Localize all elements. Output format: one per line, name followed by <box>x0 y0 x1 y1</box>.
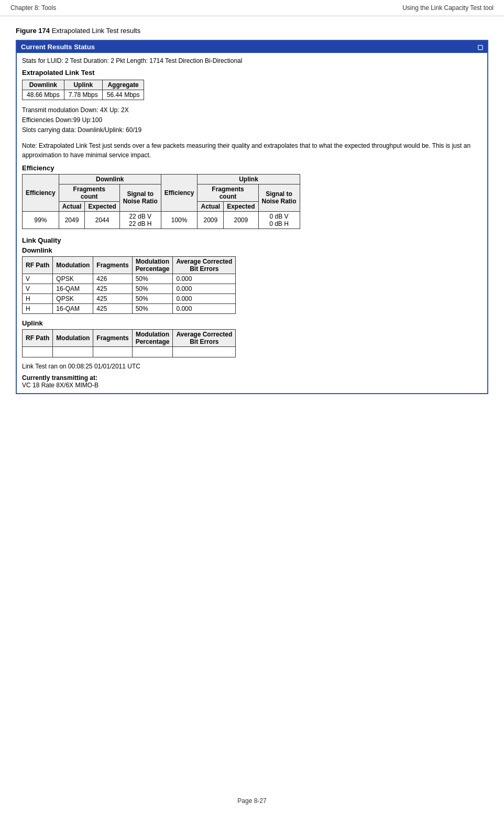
dl-col-mod-pct: ModulationPercentage <box>132 256 173 274</box>
eff-col-snr-dl: Signal toNoise Ratio <box>119 184 161 211</box>
ext-val-downlink: 48.66 Mbps <box>23 90 64 100</box>
panel-title: Current Results Status <box>21 43 95 51</box>
ul-col-avg-errors: Average CorrectedBit Errors <box>173 329 236 346</box>
info-line-1: Transmit modulation Down: 4X Up: 2X <box>22 105 482 115</box>
eff-group-downlink: Downlink <box>59 174 161 184</box>
dl-row4-mod-pct: 50% <box>132 303 173 313</box>
uplink-title: Uplink <box>22 319 482 327</box>
extrapolated-table: Downlink Uplink Aggregate 48.66 Mbps 7.7… <box>22 80 144 100</box>
dl-row3-mod-pct: 50% <box>132 294 173 303</box>
dl-col-modulation: Modulation <box>53 256 93 274</box>
minimize-icon[interactable]: ▢ <box>477 44 483 51</box>
eff-col-snr-ul: Signal toNoise Ratio <box>258 184 300 211</box>
stats-line: Stats for LUID: 2 Test Duration: 2 Pkt L… <box>22 57 482 64</box>
dl-row4-errors: 0.000 <box>173 303 236 313</box>
eff-col-expected-ul: Expected <box>224 201 258 211</box>
table-row <box>23 346 236 357</box>
dl-row2-fragments: 425 <box>93 284 132 294</box>
dl-col-fragments: Fragments <box>93 256 132 274</box>
ext-col-uplink: Uplink <box>64 80 102 90</box>
page-header: Chapter 8: Tools Using the Link Capacity… <box>0 0 504 16</box>
dl-row2-modulation: 16-QAM <box>53 284 93 294</box>
dl-row3-modulation: QPSK <box>53 294 93 303</box>
info-lines: Transmit modulation Down: 4X Up: 2X Effi… <box>22 105 482 136</box>
eff-val-snr-dl: 22 dB V22 dB H <box>119 211 161 229</box>
eff-val-expected-dl: 2044 <box>85 211 119 229</box>
table-row: 99% 2049 2044 22 dB V22 dB H 100% 2009 2… <box>23 211 300 229</box>
currently-transmitting: Currently transmitting at: VC 18 Rate 8X… <box>22 374 482 389</box>
table-row: V 16-QAM 425 50% 0.000 <box>23 284 236 294</box>
ul-empty-rfpath <box>23 346 53 357</box>
page-content: Figure 174 Extrapolated Link Test result… <box>0 16 504 405</box>
header-right: Using the Link Capacity Test tool <box>402 4 494 12</box>
results-panel: Current Results Status ▢ Stats for LUID:… <box>16 40 488 394</box>
eff-val-efficiency-dl: 99% <box>23 211 59 229</box>
footer-text: Link Test ran on 00:08:25 01/01/2011 UTC <box>22 363 482 370</box>
ul-col-rfpath: RF Path <box>23 329 53 346</box>
eff-col-actual-dl: Actual <box>59 201 85 211</box>
ul-col-modulation: Modulation <box>53 329 93 346</box>
ext-val-aggregate: 56.44 Mbps <box>102 90 144 100</box>
eff-group-uplink: Uplink <box>198 174 300 184</box>
dl-row3-errors: 0.000 <box>173 294 236 303</box>
ext-col-aggregate: Aggregate <box>102 80 144 90</box>
dl-row3-rfpath: H <box>23 294 53 303</box>
extrapolated-section-title: Extrapolated Link Test <box>22 69 482 77</box>
eff-val-actual-dl: 2049 <box>59 211 85 229</box>
eff-col-fragments-ul: Fragmentscount <box>198 184 258 201</box>
figure-title: Figure 174 Extrapolated Link Test result… <box>16 27 488 35</box>
downlink-quality-table: RF Path Modulation Fragments ModulationP… <box>22 256 236 314</box>
page-number: Page 8-27 <box>237 797 266 805</box>
downlink-title: Downlink <box>22 246 482 254</box>
dl-col-rfpath: RF Path <box>23 256 53 274</box>
eff-val-expected-ul: 2009 <box>224 211 258 229</box>
dl-row4-modulation: 16-QAM <box>53 303 93 313</box>
dl-row2-mod-pct: 50% <box>132 284 173 294</box>
dl-row4-rfpath: H <box>23 303 53 313</box>
ext-val-uplink: 7.78 Mbps <box>64 90 102 100</box>
eff-col-expected-dl: Expected <box>85 201 119 211</box>
table-row: H QPSK 425 50% 0.000 <box>23 294 236 303</box>
ul-col-mod-pct: ModulationPercentage <box>132 329 173 346</box>
ext-col-downlink: Downlink <box>23 80 64 90</box>
panel-header: Current Results Status ▢ <box>17 41 487 53</box>
ul-col-fragments: Fragments <box>93 329 132 346</box>
dl-row4-fragments: 425 <box>93 303 132 313</box>
dl-row3-fragments: 425 <box>93 294 132 303</box>
page-footer: Page 8-27 <box>0 797 504 805</box>
ul-empty-modulation <box>53 346 93 357</box>
uplink-quality-table: RF Path Modulation Fragments ModulationP… <box>22 329 236 357</box>
currently-label: Currently transmitting at: <box>22 374 97 382</box>
info-line-2: Efficiencies Down:99 Up:100 <box>22 115 482 125</box>
eff-col-actual-ul: Actual <box>198 201 224 211</box>
currently-value: VC 18 Rate 8X/6X MIMO-B <box>22 382 98 389</box>
dl-row1-modulation: QPSK <box>53 274 93 284</box>
ul-empty-fragments <box>93 346 132 357</box>
dl-row1-mod-pct: 50% <box>132 274 173 284</box>
figure-label: Figure 174 <box>16 27 50 35</box>
eff-val-efficiency-ul: 100% <box>161 211 198 229</box>
ul-empty-errors <box>173 346 236 357</box>
note-text: Note: Extrapolated Link Test just sends … <box>22 141 482 160</box>
dl-row1-rfpath: V <box>23 274 53 284</box>
figure-title-text: Extrapolated Link Test results <box>52 27 141 35</box>
header-left: Chapter 8: Tools <box>10 4 56 12</box>
table-row: 48.66 Mbps 7.78 Mbps 56.44 Mbps <box>23 90 144 100</box>
eff-val-actual-ul: 2009 <box>198 211 224 229</box>
dl-row2-errors: 0.000 <box>173 284 236 294</box>
dl-row2-rfpath: V <box>23 284 53 294</box>
eff-col-efficiency-ul: Efficiency <box>161 174 198 211</box>
dl-row1-fragments: 426 <box>93 274 132 284</box>
dl-row1-errors: 0.000 <box>173 274 236 284</box>
eff-col-fragments-dl: Fragmentscount <box>59 184 119 201</box>
ul-empty-mod-pct <box>132 346 173 357</box>
panel-body: Stats for LUID: 2 Test Duration: 2 Pkt L… <box>17 53 487 393</box>
eff-col-efficiency-dl: Efficiency <box>23 174 59 211</box>
efficiency-table: Efficiency Downlink Efficiency Uplink Fr… <box>22 174 300 229</box>
info-line-3: Slots carrying data: Downlink/Uplink: 60… <box>22 125 482 135</box>
link-quality-title: Link Quality <box>22 236 482 244</box>
efficiency-section-label: Efficiency <box>22 164 482 172</box>
eff-val-snr-ul: 0 dB V0 dB H <box>258 211 300 229</box>
table-row: V QPSK 426 50% 0.000 <box>23 274 236 284</box>
table-row: H 16-QAM 425 50% 0.000 <box>23 303 236 313</box>
